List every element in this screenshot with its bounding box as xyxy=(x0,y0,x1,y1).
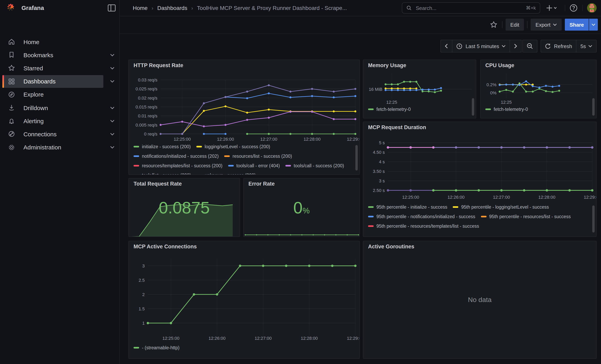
sidebar-item-label: Dashboards xyxy=(23,78,56,85)
compass-icon xyxy=(8,91,15,98)
svg-text:0.01 req/s: 0.01 req/s xyxy=(138,113,157,118)
svg-text:12:27:00: 12:27:00 xyxy=(260,137,277,142)
svg-text:12:28:00: 12:28:00 xyxy=(301,336,318,341)
chevron-down-icon[interactable] xyxy=(108,49,116,61)
legend-scrollbar[interactable] xyxy=(355,145,358,170)
sidebar-item-bookmarks[interactable]: Bookmarks xyxy=(2,49,103,61)
chevron-down-icon[interactable] xyxy=(108,62,116,75)
svg-text:4 s: 4 s xyxy=(379,159,385,164)
breadcrumb-home[interactable]: Home xyxy=(133,5,148,11)
share-button-group: Share xyxy=(565,19,598,31)
chevron-down-icon[interactable] xyxy=(108,101,116,114)
chevron-down-icon xyxy=(501,45,505,47)
legend-item[interactable]: - (streamable-http) xyxy=(134,343,180,353)
legend-item[interactable]: tools/call - success (200) xyxy=(285,161,344,170)
svg-text:3 s: 3 s xyxy=(379,178,385,183)
sidebar-toggle-icon[interactable] xyxy=(107,4,116,12)
series-color-marker xyxy=(134,146,139,148)
add-new-button[interactable] xyxy=(546,3,556,13)
svg-text:3.50 s: 3.50 s xyxy=(373,169,385,174)
topbar-divider xyxy=(565,5,565,11)
sidebar-item-starred[interactable]: Starred xyxy=(2,62,103,75)
drilldown-icon xyxy=(8,104,15,111)
sidebar-item-label: Connections xyxy=(23,131,57,138)
series-color-marker xyxy=(196,146,202,148)
export-button[interactable]: Export xyxy=(531,19,562,31)
zoom-out-button[interactable] xyxy=(522,40,537,52)
legend-item[interactable]: 95th percentile - initialize - success xyxy=(368,202,447,212)
bookmark-icon xyxy=(8,51,15,59)
chevron-down-icon[interactable] xyxy=(108,114,116,127)
sidebar-item-connections[interactable]: Connections xyxy=(2,128,103,140)
legend-item[interactable]: initialize - success (200) xyxy=(134,142,190,151)
svg-text:12:28:00: 12:28:00 xyxy=(538,195,555,200)
favorite-star-button[interactable] xyxy=(489,19,499,31)
chevron-down-icon[interactable] xyxy=(108,75,116,88)
legend-item[interactable]: 95th percentile - notifications/initiali… xyxy=(368,212,475,221)
series-color-marker xyxy=(134,165,139,167)
svg-text:0.02 req/s: 0.02 req/s xyxy=(138,96,157,100)
series-color-marker xyxy=(368,206,374,208)
legend-item[interactable]: notifications/initialized - success (202… xyxy=(134,151,219,161)
refresh-button[interactable]: Refresh xyxy=(540,40,576,52)
series-color-marker xyxy=(453,206,459,208)
breadcrumb-separator-icon: › xyxy=(152,5,153,11)
svg-text:12:25: 12:25 xyxy=(386,100,397,105)
time-forward-button[interactable] xyxy=(510,40,521,52)
legend-item[interactable]: tools/list - success (200) xyxy=(134,170,191,175)
breadcrumb-dashboards[interactable]: Dashboards xyxy=(157,5,187,11)
active-item-accent xyxy=(2,75,4,88)
avatar[interactable] xyxy=(587,3,597,13)
breadcrumb-current-dashboard: ToolHive MCP Server & Proxy Runner Dashb… xyxy=(197,5,347,11)
sidebar-item-drilldown[interactable]: Drilldown xyxy=(2,101,103,114)
edit-button[interactable]: Edit xyxy=(506,19,524,31)
search-input[interactable] xyxy=(415,5,523,11)
legend-item[interactable]: tools/call - error (404) xyxy=(228,161,280,170)
legend-item[interactable]: resources/templates/list - success (200) xyxy=(134,161,222,170)
share-options-chevron-button[interactable] xyxy=(589,19,598,31)
share-button[interactable]: Share xyxy=(565,19,589,31)
legend-scrollbar[interactable] xyxy=(592,206,595,232)
dashboard-toolbar: Edit Export Share xyxy=(119,16,601,34)
legend-item[interactable]: resources/list - success (200) xyxy=(224,151,292,161)
chevron-down-icon[interactable] xyxy=(108,128,116,140)
chart-legend: fetch-telemetry-0 xyxy=(368,105,467,118)
legend-item[interactable]: logging/setLevel - success (200) xyxy=(196,142,270,151)
search-box[interactable]: ⌘+k xyxy=(402,2,540,13)
sidebar-item-explore[interactable]: Explore xyxy=(2,88,103,101)
time-back-button[interactable] xyxy=(441,40,452,52)
sidebar-item-alerting[interactable]: Alerting xyxy=(2,114,103,127)
topbar-divider xyxy=(582,5,583,11)
svg-text:2: 2 xyxy=(142,292,145,297)
grafana-logo-icon[interactable] xyxy=(6,3,16,13)
legend-item[interactable]: fetch-telemetry-0 xyxy=(368,105,411,114)
chevron-down-icon[interactable] xyxy=(108,141,116,154)
legend-item[interactable]: fetch-telemetry-0 xyxy=(485,105,528,114)
chart-legend: - (streamable-http) xyxy=(134,343,355,358)
sidebar-item-label: Alerting xyxy=(23,118,44,124)
svg-text:0 req/s: 0 req/s xyxy=(144,132,157,137)
svg-text:0%: 0% xyxy=(490,90,496,95)
svg-text:12:25:00: 12:25:00 xyxy=(162,336,180,341)
time-range-picker[interactable]: Last 5 minutes xyxy=(452,40,510,52)
legend-item[interactable]: unknown - success (200) xyxy=(197,170,256,175)
help-icon[interactable] xyxy=(570,3,578,13)
legend-scrollbar[interactable] xyxy=(472,98,474,116)
mcp-active-connections-chart[interactable]: 32.521.5112:25:0012:26:0012:27:0012:28:0… xyxy=(129,241,360,359)
panel-mcp-request-duration: MCP Request Duration 5 s4.50 s4 s3.50 s3… xyxy=(363,122,597,237)
refresh-interval-picker[interactable]: 5s xyxy=(577,40,597,52)
legend-item[interactable]: 95th percentile - logging/setLevel - suc… xyxy=(453,202,549,212)
panel-cpu-usage: CPU Usage 0.2%0%12:25 fetch-telemetry-0 xyxy=(480,59,597,118)
legend-item[interactable]: 95th percentile - resources/list - succe… xyxy=(481,212,571,221)
sidebar-item-home[interactable]: Home xyxy=(2,35,103,48)
breadcrumb: Home › Dashboards › ToolHive MCP Server … xyxy=(133,0,347,16)
chevron-down-icon xyxy=(553,23,557,26)
chart-legend: fetch-telemetry-0 xyxy=(485,105,588,118)
brand-title[interactable]: Grafana xyxy=(21,4,44,11)
legend-item[interactable]: 95th percentile - resources/templates/li… xyxy=(368,221,479,231)
sidebar-item-administration[interactable]: Administration xyxy=(2,141,103,154)
legend-scrollbar[interactable] xyxy=(592,98,595,116)
svg-text:0.03 req/s: 0.03 req/s xyxy=(138,78,157,82)
sidebar-item-dashboards[interactable]: Dashboards xyxy=(2,75,103,88)
sidebar-item-label: Home xyxy=(23,38,39,45)
